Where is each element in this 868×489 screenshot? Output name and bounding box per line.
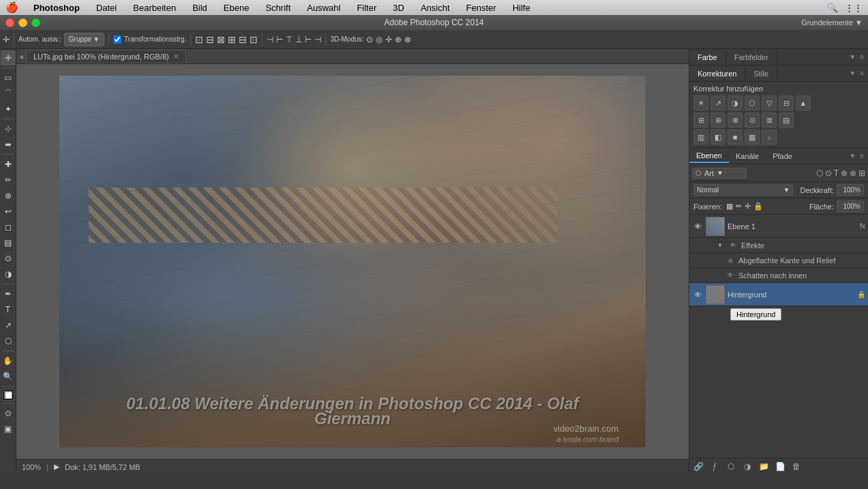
menu-auswahl[interactable]: Auswahl	[303, 1, 344, 14]
tool-shape[interactable]: ⬡	[1, 334, 16, 349]
tool-crop[interactable]: ⊹	[1, 121, 16, 136]
invert-icon[interactable]: ⊙	[745, 113, 760, 128]
layer-fx-badge[interactable]: fx	[860, 222, 865, 230]
minimize-window-button[interactable]	[18, 18, 27, 27]
layer-icon5[interactable]: ⊗	[850, 168, 856, 178]
tab-farbe[interactable]: Farbe	[689, 51, 726, 63]
gradient-map-icon[interactable]: ▥	[693, 130, 708, 145]
layers-menu-icon[interactable]: ≡	[860, 152, 864, 160]
close-window-button[interactable]	[5, 18, 14, 27]
color-balance-icon[interactable]: ⊟	[779, 95, 794, 110]
layer-mode-dropdown[interactable]: Normal ▼	[693, 184, 793, 196]
auto-select-dropdown[interactable]: Gruppe ▼	[64, 33, 104, 46]
link-layers-icon[interactable]: 🔗	[692, 460, 704, 473]
tab-ebenen[interactable]: Ebenen	[689, 149, 729, 163]
layer-visibility-ebene1[interactable]: 👁	[692, 221, 703, 232]
apple-menu-icon[interactable]: 🍎	[5, 1, 18, 14]
tab-close-button[interactable]: ✕	[173, 53, 179, 60]
panel-collapse-icon[interactable]: ▼	[849, 53, 856, 61]
lock-transparent-icon[interactable]: ▦	[726, 202, 733, 211]
3d-slide-icon[interactable]: ⊕	[395, 35, 402, 44]
menu-bearbeiten[interactable]: Bearbeiten	[129, 1, 180, 14]
layer-icon1[interactable]: ⬡	[816, 168, 823, 178]
effect-schatten-visibility[interactable]: 👁	[725, 270, 736, 281]
tab-korrekturen[interactable]: Korrekturen	[689, 68, 745, 80]
search-icon[interactable]: 🔍	[827, 3, 838, 13]
align-bottom-icon[interactable]: ⊡	[250, 34, 258, 45]
transform-checkbox[interactable]	[113, 35, 121, 44]
tool-eyedropper[interactable]: ⬌	[1, 137, 16, 152]
play-button[interactable]: ▶	[54, 462, 59, 471]
canvas-image[interactable]: 01.01.08 Weitere Änderungen in Photoshop…	[59, 76, 646, 447]
corrections-menu-icon[interactable]: ≡	[860, 70, 864, 77]
tool-magic-wand[interactable]: ✦	[1, 102, 16, 117]
tab-stile[interactable]: Stile	[745, 68, 777, 80]
delete-layer-icon[interactable]: 🗑	[790, 460, 803, 473]
tool-marquee[interactable]: ▭	[1, 70, 16, 85]
effects-visibility-icon[interactable]: 👁	[728, 240, 738, 251]
tool-quick-mask[interactable]: ⊙	[1, 406, 16, 421]
menu-ebene[interactable]: Ebene	[220, 1, 254, 14]
distribute-top-icon[interactable]: ⊥	[295, 35, 302, 44]
menu-fenster[interactable]: Fenster	[462, 1, 500, 14]
curves-icon[interactable]: ↗	[710, 95, 725, 110]
tool-pen[interactable]: ✒	[1, 286, 16, 301]
distribute-center-h-icon[interactable]: ⊢	[276, 35, 283, 44]
layer-icon3[interactable]: T	[834, 168, 839, 178]
menu-ansicht[interactable]: Ansicht	[417, 1, 454, 14]
tool-hand[interactable]: ✋	[1, 353, 16, 368]
lock-position-icon[interactable]: ✛	[745, 202, 751, 211]
panel-menu-icon[interactable]: ≡	[860, 53, 864, 61]
new-layer-icon[interactable]: 📄	[774, 460, 786, 473]
effect-item-schatten[interactable]: 👁 Schatten nach innen	[689, 268, 868, 283]
3d-pan-icon[interactable]: ✛	[385, 35, 392, 44]
black-white-icon[interactable]: ▲	[796, 95, 811, 110]
3d-scale-icon[interactable]: ⊗	[404, 35, 411, 44]
tool-healing[interactable]: ✚	[1, 157, 16, 172]
tool-zoom[interactable]: 🔍	[1, 369, 16, 384]
tab-farbfelder[interactable]: Farbfelder	[726, 51, 777, 63]
distribute-center-v-icon[interactable]: ⊢	[305, 35, 312, 44]
brightness-icon[interactable]: ☀	[693, 95, 708, 110]
grid-icon[interactable]: ⋮⋮	[845, 3, 863, 13]
layer-icon6[interactable]: ⊞	[858, 168, 865, 178]
menu-3d[interactable]: 3D	[389, 1, 408, 14]
tool-dodge[interactable]: ◑	[1, 267, 16, 282]
align-right-icon[interactable]: ⊠	[217, 34, 225, 45]
threshold-icon[interactable]: ▤	[779, 113, 794, 128]
menu-schrift[interactable]: Schrift	[261, 1, 295, 14]
layer-item-hintergrund[interactable]: 👁 Hintergrund 🔒 Hintergrund	[689, 283, 868, 306]
tool-path-select[interactable]: ↗	[1, 318, 16, 333]
menu-hilfe[interactable]: Hilfe	[509, 1, 535, 14]
layer-visibility-hintergrund[interactable]: 👁	[692, 289, 703, 300]
tool-blur[interactable]: ⊙	[1, 251, 16, 266]
pattern-icon[interactable]: ⬦	[762, 130, 777, 145]
maximize-window-button[interactable]	[31, 18, 40, 27]
filter-dropdown-icon[interactable]: ▼	[717, 169, 723, 177]
tool-lasso[interactable]: ⌒	[1, 86, 16, 101]
posterize-icon[interactable]: ≣	[762, 113, 777, 128]
tool-move-icon[interactable]: ✛	[3, 35, 10, 44]
tab-left-arrow[interactable]: ◂	[19, 52, 23, 61]
corrections-collapse-icon[interactable]: ▼	[849, 70, 856, 77]
hue-icon[interactable]: ▽	[762, 95, 777, 110]
layer-icon4[interactable]: ⊕	[841, 168, 848, 178]
tool-brush[interactable]: ✏	[1, 173, 16, 188]
layers-collapse-icon[interactable]: ▼	[849, 152, 856, 160]
tool-move[interactable]: ✛	[1, 50, 16, 65]
solid-color-icon[interactable]: ■	[728, 130, 743, 145]
align-top-icon[interactable]: ⊞	[228, 34, 236, 45]
align-center-h-icon[interactable]: ⊟	[206, 34, 214, 45]
align-left-icon[interactable]: ⊡	[195, 34, 203, 45]
distribute-bottom-icon[interactable]: ⊣	[314, 35, 321, 44]
distribute-left-icon[interactable]: ⊣	[267, 35, 273, 44]
layer-style-icon[interactable]: ƒ	[708, 460, 721, 473]
fill-value[interactable]: 100%	[837, 201, 864, 212]
tool-history-brush[interactable]: ↩	[1, 204, 16, 219]
color-lookup-icon[interactable]: ⊗	[728, 113, 743, 128]
tab-pfade[interactable]: Pfade	[766, 150, 799, 162]
effect-item-kante[interactable]: ◉ Abgeflachte Kante und Relief	[689, 253, 868, 268]
menu-datei[interactable]: Datei	[92, 1, 121, 14]
selective-color-icon[interactable]: ◧	[710, 130, 725, 145]
menu-filter[interactable]: Filter	[353, 1, 380, 14]
